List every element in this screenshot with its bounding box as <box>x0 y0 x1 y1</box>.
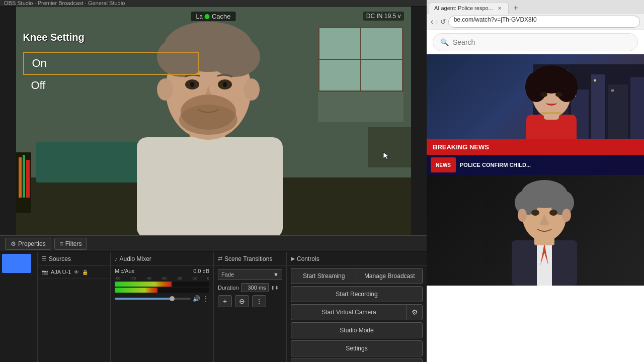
svg-point-51 <box>540 92 547 97</box>
audio-icon: ♪ <box>115 256 118 262</box>
audio-more-icon[interactable]: ⋮ <box>202 295 209 303</box>
svg-rect-6 <box>23 155 25 198</box>
streaming-row: Start Streaming Manage Broadcast <box>291 268 423 284</box>
chevron-down-icon: ▼ <box>273 272 279 278</box>
browser-tab-1[interactable]: AI agent: Police respo... ✕ <box>429 2 509 14</box>
transition-actions: + ⊖ ⋮ <box>218 295 282 307</box>
transition-more-button[interactable]: ⋮ <box>252 295 266 307</box>
browser-addressbar: ‹ › ↺ be.com/watch?v=jTh-GVDX8I0 <box>427 14 644 30</box>
back-button[interactable]: ‹ <box>431 17 433 26</box>
source-name: AJA U-1 <box>51 269 71 275</box>
more-icon: ⋮ <box>256 297 263 305</box>
cache-label: Cache <box>212 13 231 20</box>
studio-mode-button[interactable]: Studio Mode <box>291 322 423 338</box>
address-bar[interactable]: be.com/watch?v=jTh-GVDX8I0 <box>448 16 640 28</box>
browser-video-content: BREAKING NEWS NEWS POLICE CONFIRM CHILD.… <box>427 54 644 362</box>
svg-rect-16 <box>368 127 411 167</box>
svg-rect-5 <box>19 157 22 198</box>
search-input[interactable] <box>453 38 630 46</box>
gear-icon: ⚙ <box>11 240 16 247</box>
controls-header: ▶ Controls <box>287 252 427 266</box>
duration-spin-icon[interactable]: ⬆⬇ <box>271 285 279 291</box>
sources-panel: ☰ Sources 📷 AJA U-1 👁 🔒 <box>38 252 111 362</box>
meter-bar-2 <box>115 288 209 293</box>
volume-icon[interactable]: 🔊 <box>193 295 200 302</box>
transition-select[interactable]: Fade ▼ <box>218 269 282 280</box>
camera-icon: 📷 <box>42 269 48 275</box>
browser-chrome: AI agent: Police respo... ✕ + ‹ › ↺ be.c… <box>427 0 644 30</box>
volume-knob[interactable] <box>170 296 175 301</box>
video-thumbnail-2[interactable] <box>427 175 644 286</box>
svg-point-49 <box>525 72 547 102</box>
exit-button[interactable]: Exit <box>291 358 423 362</box>
refresh-button[interactable]: ↺ <box>440 18 446 26</box>
vcam-row: Start Virtual Camera ⚙ <box>291 304 423 320</box>
svg-rect-18 <box>137 137 283 235</box>
audio-panel: ♪ Audio Mixer Mic/Aux 0.0 dB -60 -50 -40… <box>111 252 214 362</box>
transition-add-button[interactable]: + <box>218 295 232 307</box>
channel-name: Mic/Aux <box>115 268 134 274</box>
transitions-panel: ⇄ Scene Transitions Fade ▼ Duration 300 … <box>214 252 287 362</box>
knee-option-on[interactable]: On <box>23 52 199 75</box>
meter-fill-2 <box>115 288 157 293</box>
dc-indicator: DC IN 19.5 v <box>363 12 404 21</box>
settings-button[interactable]: Settings <box>291 340 423 356</box>
new-tab-button[interactable]: + <box>510 2 522 14</box>
knee-dropdown[interactable]: On Off <box>23 52 199 96</box>
video-preview: Knee Setting On Off La Cache DC IN 19.5 … <box>16 7 411 235</box>
audio-controls: 🔊 ⋮ <box>115 295 209 303</box>
duration-input[interactable]: 300 ms <box>241 283 269 292</box>
sources-header: ☰ Sources <box>38 252 110 266</box>
svg-point-26 <box>223 82 227 87</box>
audio-header: ♪ Audio Mixer <box>111 252 213 266</box>
svg-point-50 <box>555 72 578 102</box>
meter-fill <box>115 282 172 287</box>
knee-option-off[interactable]: Off <box>23 75 199 96</box>
volume-slider[interactable] <box>115 298 191 300</box>
audio-channel: Mic/Aux 0.0 dB -60 -50 -40 -30 -20 -10 0 <box>111 266 213 305</box>
svg-rect-43 <box>594 79 596 81</box>
minus-icon: ⊖ <box>239 297 245 305</box>
browser-tabs: AI agent: Police respo... ✕ + <box>427 0 644 14</box>
forward-button[interactable]: › <box>435 17 438 26</box>
virtual-camera-gear-button[interactable]: ⚙ <box>407 304 423 320</box>
obs-topbar-text: OBS Studio · Premier Broadcast · General… <box>4 0 125 6</box>
start-streaming-button[interactable]: Start Streaming <box>291 268 357 284</box>
search-input-wrapper[interactable]: 🔍 <box>433 33 638 51</box>
svg-point-28 <box>179 105 237 135</box>
source-item-aja[interactable]: 📷 AJA U-1 👁 🔒 <box>38 266 110 279</box>
start-recording-button[interactable]: Start Recording <box>291 286 423 302</box>
transition-remove-button[interactable]: ⊖ <box>235 295 249 307</box>
volume-fill <box>115 298 172 300</box>
obs-bottom-panel: ⚙ Properties ≡ Filters ☰ Sources 📷 <box>0 235 427 362</box>
lock-icon[interactable]: 🔒 <box>82 269 88 275</box>
cache-indicator: La Cache <box>191 12 236 21</box>
search-icon: 🔍 <box>440 38 449 46</box>
video-thumbnail-1[interactable]: BREAKING NEWS NEWS POLICE CONFIRM CHILD.… <box>427 54 644 175</box>
sources-title: Sources <box>49 255 71 262</box>
breaking-news-bar: BREAKING NEWS <box>427 139 644 155</box>
browser-search-bar: 🔍 <box>427 30 644 54</box>
db-value: 0.0 dB <box>193 268 209 274</box>
scenes-panel <box>0 252 38 362</box>
manage-broadcast-button[interactable]: Manage Broadcast <box>357 268 423 284</box>
obs-panel: OBS Studio · Premier Broadcast · General… <box>0 0 427 362</box>
tab-filters[interactable]: ≡ Filters <box>54 238 88 250</box>
svg-rect-44 <box>611 89 614 92</box>
obs-topbar: OBS Studio · Premier Broadcast · General… <box>0 0 427 7</box>
la-icon: La <box>196 13 203 20</box>
start-virtual-camera-button[interactable]: Start Virtual Camera <box>291 304 407 320</box>
tab-close-button[interactable]: ✕ <box>496 5 503 12</box>
controls-icon: ▶ <box>291 255 295 262</box>
scene-item[interactable] <box>2 254 31 273</box>
gear-icon: ⚙ <box>412 308 418 316</box>
duration-row: Duration 300 ms ⬆⬇ <box>218 283 282 292</box>
svg-point-22 <box>210 37 260 77</box>
filter-icon: ≡ <box>60 240 63 247</box>
svg-rect-53 <box>541 112 561 114</box>
news-ticker-text: POLICE CONFIRM CHILD... <box>460 162 531 168</box>
eye-icon[interactable]: 👁 <box>74 269 79 275</box>
tabs-row: ⚙ Properties ≡ Filters <box>0 236 427 252</box>
tab-properties[interactable]: ⚙ Properties <box>5 238 51 250</box>
controls-panel: ▶ Controls Start Streaming Manage Broadc… <box>287 252 427 362</box>
